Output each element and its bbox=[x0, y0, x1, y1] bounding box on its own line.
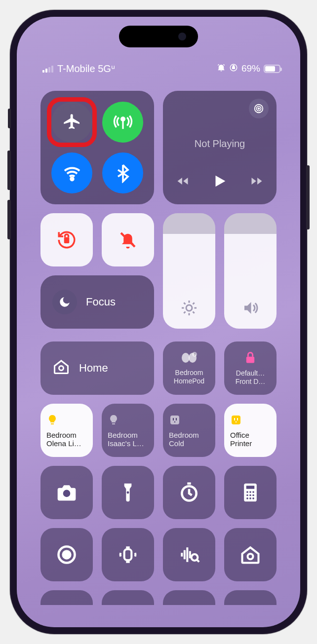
svg-point-17 bbox=[174, 421, 175, 422]
partial-tile[interactable] bbox=[102, 590, 154, 605]
play-button[interactable] bbox=[211, 173, 228, 191]
cellular-icon bbox=[113, 113, 133, 132]
svg-rect-16 bbox=[176, 418, 177, 420]
control-center: Not Playing bbox=[40, 91, 277, 627]
bulb-icon bbox=[46, 414, 87, 428]
brightness-icon bbox=[163, 299, 215, 317]
bell-slash-icon bbox=[118, 229, 138, 250]
bluetooth-button[interactable] bbox=[102, 152, 143, 193]
accessory-tile-bedroom-cold[interactable]: BedroomCold bbox=[163, 404, 215, 457]
home-button[interactable]: Home bbox=[40, 341, 154, 395]
tile-label: BedroomOlena Li… bbox=[46, 431, 87, 448]
outlet-icon bbox=[230, 414, 271, 428]
home-label: Home bbox=[79, 362, 108, 375]
tile-label: BedroomIsaac's L… bbox=[108, 431, 148, 448]
svg-point-23 bbox=[127, 492, 129, 494]
moon-icon bbox=[52, 290, 77, 314]
signal-bars-icon bbox=[42, 65, 53, 73]
flashlight-icon bbox=[117, 482, 139, 503]
svg-text:!: ! bbox=[194, 353, 195, 356]
svg-rect-13 bbox=[246, 357, 254, 363]
brightness-slider[interactable] bbox=[163, 213, 215, 329]
volume-down-button bbox=[7, 200, 11, 239]
tile-label: OfficePrinter bbox=[230, 431, 271, 448]
svg-point-35 bbox=[252, 497, 254, 499]
partial-tile[interactable] bbox=[40, 590, 93, 605]
partial-tile[interactable] bbox=[224, 590, 277, 605]
sound-search-icon bbox=[178, 544, 200, 566]
watch-ping-icon bbox=[117, 544, 139, 566]
svg-point-28 bbox=[249, 491, 251, 493]
svg-point-7 bbox=[186, 305, 192, 311]
volume-slider[interactable] bbox=[224, 213, 277, 329]
airplay-icon bbox=[253, 103, 264, 114]
calculator-button[interactable] bbox=[224, 466, 277, 519]
camera-icon bbox=[56, 482, 78, 503]
bluetooth-icon bbox=[113, 163, 133, 183]
calculator-icon bbox=[239, 482, 261, 503]
music-recognition-button[interactable] bbox=[163, 528, 215, 581]
wifi-button[interactable] bbox=[51, 152, 92, 193]
accessory-tile-bedroom-olena[interactable]: BedroomOlena Li… bbox=[40, 404, 93, 457]
orientation-lock-icon bbox=[56, 229, 77, 250]
alarm-icon bbox=[217, 63, 226, 75]
battery-pct: 69% bbox=[241, 63, 260, 74]
slider-remainder bbox=[224, 213, 277, 234]
airplay-button[interactable] bbox=[249, 99, 269, 118]
cellular-data-button[interactable] bbox=[102, 102, 143, 143]
svg-point-37 bbox=[63, 551, 71, 559]
airplane-icon bbox=[62, 113, 82, 132]
home-app-button[interactable] bbox=[224, 528, 277, 581]
power-button bbox=[306, 165, 310, 229]
connectivity-group[interactable] bbox=[40, 91, 154, 204]
flashlight-button[interactable] bbox=[102, 466, 154, 519]
screen-record-button[interactable] bbox=[40, 528, 93, 581]
volume-icon bbox=[224, 299, 277, 317]
svg-rect-14 bbox=[170, 416, 179, 424]
partial-tile[interactable] bbox=[163, 590, 215, 605]
carrier-label: T-Mobile 5Gᵘ bbox=[57, 63, 115, 75]
focus-button[interactable]: Focus bbox=[40, 275, 154, 329]
wifi-icon bbox=[62, 163, 82, 183]
svg-rect-26 bbox=[246, 486, 255, 489]
tile-label: BedroomHomePod bbox=[174, 369, 204, 384]
slider-remainder bbox=[163, 213, 215, 234]
svg-point-29 bbox=[252, 491, 254, 493]
svg-rect-20 bbox=[237, 418, 238, 420]
svg-point-32 bbox=[252, 494, 254, 496]
homepod-icon: ! bbox=[181, 351, 197, 366]
orientation-lock-button[interactable] bbox=[40, 213, 93, 266]
svg-rect-18 bbox=[232, 416, 240, 424]
svg-rect-38 bbox=[124, 549, 132, 560]
battery-icon bbox=[264, 65, 280, 73]
now-playing-label: Not Playing bbox=[163, 138, 277, 150]
camera-button[interactable] bbox=[40, 466, 93, 519]
silent-mode-button[interactable] bbox=[102, 213, 154, 266]
home-icon bbox=[239, 544, 261, 566]
watch-ping-button[interactable] bbox=[102, 528, 154, 581]
forward-button[interactable] bbox=[250, 174, 264, 190]
outlet-icon bbox=[169, 414, 209, 428]
svg-point-27 bbox=[246, 491, 248, 493]
rewind-button[interactable] bbox=[176, 174, 190, 190]
svg-point-1 bbox=[121, 117, 124, 121]
svg-rect-6 bbox=[64, 237, 70, 243]
orientation-lock-icon bbox=[229, 63, 238, 75]
airplane-mode-button[interactable] bbox=[51, 102, 92, 143]
svg-point-33 bbox=[246, 497, 248, 499]
accessory-tile-bedroom-isaac[interactable]: BedroomIsaac's L… bbox=[102, 404, 154, 457]
lock-tile[interactable]: Default…Front D… bbox=[224, 341, 277, 395]
dynamic-island bbox=[119, 26, 198, 47]
timer-button[interactable] bbox=[163, 466, 215, 519]
svg-point-31 bbox=[249, 494, 251, 496]
svg-point-5 bbox=[258, 108, 260, 110]
media-widget[interactable]: Not Playing bbox=[163, 91, 277, 204]
focus-label: Focus bbox=[86, 296, 116, 308]
iphone-frame: T-Mobile 5Gᵘ 69% bbox=[10, 10, 307, 634]
svg-point-30 bbox=[246, 494, 248, 496]
accessory-tile-office-printer[interactable]: OfficePrinter bbox=[224, 404, 277, 457]
homepod-tile[interactable]: ! BedroomHomePod bbox=[163, 341, 215, 395]
mute-switch bbox=[8, 109, 11, 128]
svg-rect-15 bbox=[173, 418, 174, 420]
svg-point-40 bbox=[248, 554, 253, 559]
